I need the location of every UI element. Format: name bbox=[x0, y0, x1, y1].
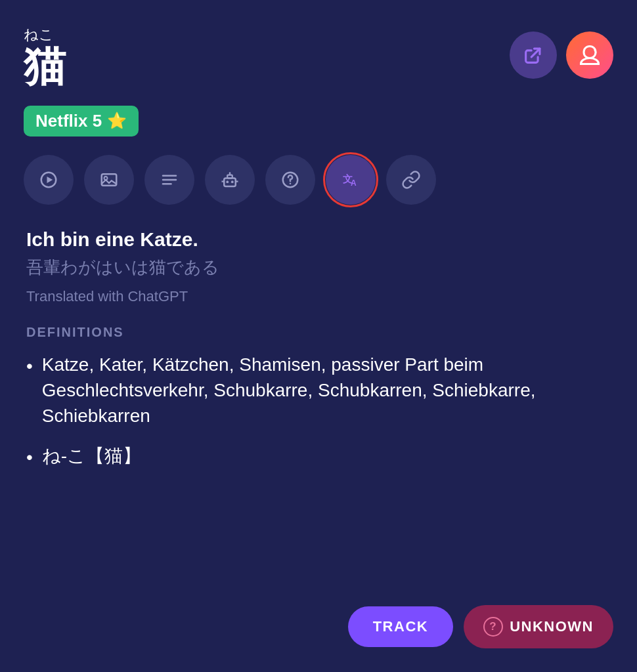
svg-marker-1 bbox=[47, 177, 53, 183]
word-section: ねこ 猫 bbox=[24, 26, 66, 90]
list-item: • ね-こ【猫】 bbox=[26, 443, 611, 470]
unknown-label: UNKNOWN bbox=[510, 618, 594, 635]
svg-point-16 bbox=[290, 182, 292, 184]
svg-text:文: 文 bbox=[343, 173, 353, 184]
definitions-section: DEFINITIONS • Katze, Kater, Kätzchen, Sh… bbox=[24, 325, 613, 471]
unknown-button[interactable]: ? UNKNOWN bbox=[464, 605, 613, 648]
profile-button[interactable] bbox=[566, 32, 613, 79]
robot-button[interactable] bbox=[205, 155, 255, 205]
list-item: • Katze, Kater, Kätzchen, Shamisen, pass… bbox=[26, 352, 611, 429]
svg-point-11 bbox=[226, 180, 229, 183]
svg-text:A: A bbox=[351, 178, 357, 188]
text-button[interactable] bbox=[144, 155, 194, 205]
svg-rect-2 bbox=[102, 174, 117, 186]
star-icon: ⭐ bbox=[107, 112, 127, 130]
definition-list: • Katze, Kater, Kätzchen, Shamisen, pass… bbox=[26, 352, 611, 471]
definition-text-2: ね-こ【猫】 bbox=[42, 443, 141, 469]
word-reading: ねこ bbox=[24, 26, 66, 43]
link-button[interactable] bbox=[386, 155, 436, 205]
svg-rect-8 bbox=[227, 175, 232, 178]
unknown-icon: ? bbox=[483, 617, 503, 637]
netflix-badge[interactable]: Netflix 5 ⭐ bbox=[24, 106, 139, 136]
netflix-label: Netflix 5 bbox=[35, 111, 102, 131]
video-button[interactable] bbox=[24, 155, 74, 205]
bullet-icon: • bbox=[26, 353, 33, 379]
svg-point-10 bbox=[229, 172, 231, 174]
help-button[interactable] bbox=[265, 155, 315, 205]
svg-point-12 bbox=[231, 180, 234, 183]
image-button[interactable] bbox=[84, 155, 134, 205]
header: ねこ 猫 bbox=[24, 26, 613, 90]
translate-button[interactable]: 文 A bbox=[326, 155, 376, 205]
bottom-bar: TRACK ? UNKNOWN bbox=[348, 605, 613, 648]
translation-main: Ich bin eine Katze. bbox=[26, 228, 611, 251]
header-buttons bbox=[510, 32, 613, 79]
translation-section: Ich bin eine Katze. 吾輩わがはいは猫である Translat… bbox=[24, 228, 613, 305]
word-kanji: 猫 bbox=[24, 43, 66, 89]
translation-credit: Translated with ChatGPT bbox=[26, 288, 611, 305]
share-button[interactable] bbox=[510, 32, 557, 79]
translation-original: 吾輩わがはいは猫である bbox=[26, 256, 611, 279]
bullet-icon: • bbox=[26, 444, 33, 470]
svg-rect-7 bbox=[224, 178, 236, 186]
toolbar: 文 A bbox=[24, 155, 613, 205]
definition-text-1: Katze, Kater, Kätzchen, Shamisen, passiv… bbox=[42, 352, 611, 429]
definitions-title: DEFINITIONS bbox=[26, 325, 611, 340]
track-button[interactable]: TRACK bbox=[348, 606, 454, 647]
